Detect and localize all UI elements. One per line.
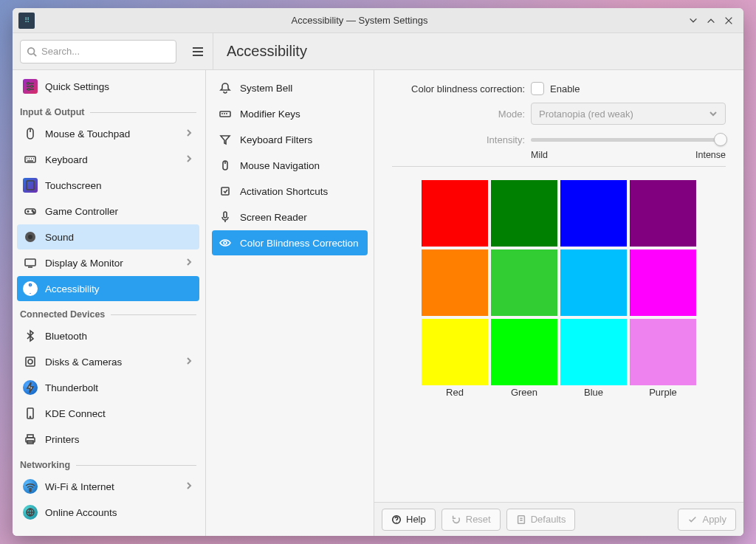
- color-swatch-labels: RedGreenBluePurple: [392, 387, 726, 398]
- eye-icon: [218, 235, 233, 250]
- sidebar-item-wi-fi-internet[interactable]: Wi-Fi & Internet: [17, 474, 199, 499]
- footer: Help Reset Defaults Apply: [374, 502, 743, 536]
- subnav-item-color-blindness-correction[interactable]: Color Blindness Correction: [212, 230, 368, 255]
- bluetooth-icon: [23, 328, 38, 343]
- svg-point-27: [224, 241, 227, 244]
- row-mode: Mode: Protanopia (red weak): [392, 103, 726, 125]
- intensity-range-labels: Mild Intense: [392, 150, 726, 160]
- svg-rect-25: [221, 187, 229, 195]
- svg-rect-6: [27, 181, 34, 190]
- hamburger-menu-button[interactable]: [182, 33, 213, 69]
- sidebar-item-label: Quick Settings: [45, 81, 109, 92]
- header-bar: Accessibility: [13, 33, 743, 70]
- mode-value: Protanopia (red weak): [539, 109, 633, 120]
- subnav-item-label: Mouse Navigation: [240, 160, 320, 171]
- sidebar-item-disks-cameras[interactable]: Disks & Cameras: [17, 349, 199, 374]
- sidebar-item-label: KDE Connect: [45, 408, 106, 419]
- svg-point-3: [28, 89, 30, 90]
- mic-icon: [218, 210, 233, 224]
- chevron-right-icon: [185, 258, 193, 269]
- intensity-max-label: Intense: [695, 150, 726, 160]
- color-swatch: [422, 180, 488, 247]
- help-icon: [391, 514, 402, 525]
- quick-settings-icon: [23, 79, 38, 94]
- subnav-item-mouse-navigation[interactable]: Mouse Navigation: [212, 153, 368, 178]
- maximize-button[interactable]: [702, 12, 720, 30]
- sidebar-item-label: Printers: [45, 434, 80, 445]
- sidebar-item-sound[interactable]: Sound: [17, 224, 199, 249]
- mode-label: Mode:: [392, 109, 525, 120]
- intensity-slider[interactable]: [531, 132, 726, 147]
- sidebar-item-mouse-touchpad[interactable]: Mouse & Touchpad: [17, 121, 199, 146]
- subnav-item-label: Activation Shortcuts: [240, 186, 328, 197]
- defaults-label: Defaults: [531, 514, 566, 525]
- close-button[interactable]: [720, 12, 738, 30]
- wifi-icon: [23, 479, 38, 494]
- defaults-button[interactable]: Defaults: [506, 509, 576, 531]
- reset-label: Reset: [466, 514, 491, 525]
- shortcut-icon: [218, 184, 233, 199]
- enable-checkbox[interactable]: Enable: [531, 82, 580, 95]
- svg-point-11: [28, 235, 32, 239]
- sound-icon: [23, 230, 38, 244]
- svg-point-0: [28, 47, 35, 54]
- minimize-button[interactable]: [684, 12, 702, 30]
- subnav-item-system-bell[interactable]: System Bell: [212, 75, 368, 100]
- color-swatch: [560, 180, 627, 247]
- reset-icon: [451, 514, 461, 525]
- sidebar-item-thunderbolt[interactable]: Thunderbolt: [17, 375, 199, 400]
- slider-knob[interactable]: [714, 133, 727, 146]
- svg-point-13: [30, 284, 32, 286]
- help-label: Help: [406, 514, 426, 525]
- sidebar-item-accessibility[interactable]: Accessibility: [17, 276, 199, 301]
- sidebar-item-bluetooth[interactable]: Bluetooth: [17, 323, 199, 348]
- apply-label: Apply: [702, 514, 726, 525]
- mode-combobox[interactable]: Protanopia (red weak): [531, 103, 726, 125]
- sidebar-item-kde-connect[interactable]: KDE Connect: [17, 401, 199, 426]
- svg-point-17: [30, 416, 30, 417]
- sidebar-item-quick-settings[interactable]: Quick Settings: [17, 74, 199, 99]
- help-button[interactable]: Help: [382, 509, 436, 531]
- swatch-column-label: Green: [491, 387, 557, 398]
- subnav-item-screen-reader[interactable]: Screen Reader: [212, 204, 368, 230]
- bell-icon: [218, 80, 233, 95]
- window-title: Accessibility — System Settings: [35, 15, 684, 26]
- subnav-item-activation-shortcuts[interactable]: Activation Shortcuts: [212, 179, 368, 204]
- app-icon: ⠿: [18, 13, 35, 29]
- primary-sidebar[interactable]: Quick SettingsInput & OutputMouse & Touc…: [13, 70, 206, 536]
- sidebar-item-game-controller[interactable]: Game Controller: [17, 199, 199, 224]
- svg-point-9: [33, 212, 35, 213]
- svg-rect-14: [26, 357, 35, 366]
- sidebar-item-display-monitor[interactable]: Display & Monitor: [17, 250, 199, 275]
- search-field[interactable]: [41, 46, 170, 57]
- correction-label: Color blindness correction:: [392, 83, 525, 94]
- sidebar-item-label: Online Accounts: [45, 507, 117, 518]
- subnav-item-keyboard-filters[interactable]: Keyboard Filters: [212, 127, 368, 152]
- sidebar-item-online-accounts[interactable]: Online Accounts: [17, 500, 199, 525]
- sidebar-group-header: Networking: [16, 452, 201, 473]
- sidebar-item-printers[interactable]: Printers: [17, 427, 199, 452]
- color-swatch: [491, 180, 557, 247]
- sidebar-item-label: Accessibility: [45, 283, 100, 295]
- color-swatch: [422, 319, 488, 385]
- swatch-column-label: Blue: [560, 387, 627, 398]
- subnav-item-label: Modifier Keys: [240, 109, 300, 120]
- sidebar-item-touchscreen[interactable]: Touchscreen: [17, 173, 199, 198]
- sidebar-item-keyboard[interactable]: Keyboard: [17, 147, 199, 172]
- chevron-right-icon: [185, 481, 193, 492]
- slider-track[interactable]: [531, 138, 726, 142]
- subnav-item-modifier-keys[interactable]: Modifier Keys: [212, 101, 368, 126]
- search-input[interactable]: [20, 40, 176, 63]
- reset-button[interactable]: Reset: [441, 509, 501, 531]
- apply-icon: [687, 514, 698, 525]
- color-swatch: [630, 180, 696, 247]
- checkbox-box[interactable]: [531, 82, 544, 95]
- color-swatch: [560, 249, 627, 316]
- color-swatch: [560, 319, 627, 385]
- color-swatch: [630, 249, 696, 316]
- content-pane: Color blindness correction: Enable Mode:…: [374, 70, 743, 536]
- intensity-label: Intensity:: [392, 134, 525, 145]
- apply-button[interactable]: Apply: [678, 509, 736, 531]
- mousenav-icon: [218, 158, 233, 173]
- sidebar-item-label: Wi-Fi & Internet: [45, 481, 114, 492]
